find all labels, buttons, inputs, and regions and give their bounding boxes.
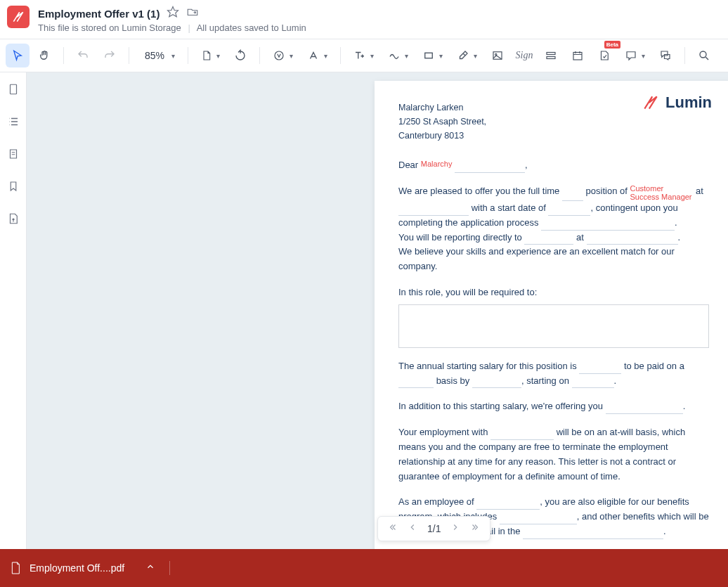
eraser-tool[interactable]: ▾ — [451, 44, 483, 67]
left-sidebar — [0, 72, 27, 550]
freehand-tool[interactable]: ▾ — [382, 44, 414, 67]
svg-point-4 — [495, 53, 497, 55]
chevron-down-icon: ▾ — [324, 52, 327, 60]
image-tool[interactable] — [486, 44, 509, 67]
chat-tool[interactable] — [654, 44, 677, 67]
zoom-dropdown[interactable]: 85% ▾ — [136, 44, 181, 67]
chevron-down-icon: ▾ — [370, 52, 374, 60]
brand-text: Lumin — [665, 93, 712, 112]
save-status-text: All updates saved to Lumin — [197, 22, 306, 33]
redo-button[interactable] — [98, 44, 122, 67]
lumin-brand: Lumin — [642, 93, 712, 112]
search-button[interactable] — [692, 44, 716, 67]
chevron-down-icon: ▾ — [474, 52, 477, 60]
salary-paragraph: The annual starting salary for this posi… — [398, 359, 709, 389]
sign-tool[interactable]: Sign — [512, 44, 536, 67]
next-page-button[interactable] — [450, 522, 460, 535]
atwill-paragraph: Your employment with will be on an at-wi… — [398, 425, 709, 484]
pdf-file-icon — [10, 561, 21, 575]
form-field-tool[interactable] — [539, 44, 563, 67]
main-toolbar: 85% ▾ ▾ ▾ ▾ ▾ ▾ ▾ ▾ Sign — [0, 39, 728, 72]
star-icon[interactable] — [167, 6, 179, 21]
svg-point-1 — [275, 51, 283, 60]
page-tool[interactable]: ▾ — [195, 44, 226, 67]
chevron-down-icon: ▾ — [642, 52, 645, 60]
rotate-tool[interactable] — [228, 44, 252, 67]
recipient-fill[interactable]: Malarchy — [421, 158, 453, 171]
date-tool[interactable] — [566, 44, 590, 67]
svg-marker-0 — [168, 7, 178, 17]
download-chevron-up-icon[interactable] — [145, 562, 155, 574]
svg-point-8 — [700, 51, 706, 58]
storage-text: This file is stored on Lumin Storage — [38, 22, 181, 33]
bookmarks-panel-button[interactable] — [5, 178, 22, 195]
first-page-button[interactable] — [388, 522, 398, 535]
svg-rect-7 — [573, 53, 582, 60]
fill-sign-tool[interactable]: Beta — [592, 44, 616, 67]
addr-street: 1/250 St Asaph Street, — [398, 115, 709, 129]
attachments-panel-button[interactable] — [5, 210, 22, 227]
subtitle: This file is stored on Lumin Storage | A… — [38, 22, 306, 33]
select-tool[interactable] — [6, 44, 30, 67]
position-fill[interactable]: Customer Success Manager — [630, 184, 693, 201]
svg-rect-6 — [547, 57, 555, 59]
chevron-down-icon: ▾ — [290, 52, 293, 60]
additional-paragraph: In addition to this starting salary, we'… — [398, 399, 709, 414]
chevron-down-icon: ▾ — [216, 52, 220, 60]
role-box[interactable] — [398, 304, 709, 348]
greeting-line: Dear Malarchy , — [398, 158, 709, 173]
download-item[interactable]: Employment Off....pdf — [10, 561, 170, 575]
zoom-level-text: 85% — [142, 50, 167, 61]
download-filename: Employment Off....pdf — [30, 562, 124, 574]
text-style-tool[interactable]: ▾ — [301, 44, 333, 67]
shape-tool[interactable]: ▾ — [417, 44, 448, 67]
download-bar: Employment Off....pdf — [0, 549, 728, 587]
document-body: Malarchy Larken 1/250 St Asaph Street, C… — [398, 101, 709, 550]
undo-button[interactable] — [71, 44, 95, 67]
last-page-button[interactable] — [470, 522, 480, 535]
chevron-down-icon: ▾ — [405, 52, 408, 60]
folder-move-icon[interactable] — [186, 6, 199, 21]
beta-badge: Beta — [604, 41, 620, 49]
add-text-tool[interactable]: ▾ — [348, 44, 379, 67]
app-header: Employment Offer v1 (1) This file is sto… — [0, 0, 728, 39]
thumbnails-panel-button[interactable] — [5, 81, 22, 98]
svg-rect-5 — [547, 53, 555, 55]
app-logo-icon — [7, 6, 30, 28]
prev-page-button[interactable] — [408, 522, 417, 535]
offer-paragraph: We are pleased to offer you the full tim… — [398, 184, 709, 274]
page-indicator[interactable]: 1/1 — [427, 523, 441, 534]
document-title[interactable]: Employment Offer v1 (1) — [38, 8, 160, 20]
pdf-page: Lumin Malarchy Larken 1/250 St Asaph Str… — [375, 81, 728, 550]
svg-rect-9 — [10, 84, 16, 94]
outline-panel-button[interactable] — [5, 113, 22, 130]
sign-label: Sign — [516, 50, 533, 61]
pan-tool[interactable] — [32, 44, 56, 67]
addr-city: Canterbury 8013 — [398, 129, 709, 143]
chevron-down-icon: ▾ — [171, 52, 175, 60]
title-block: Employment Offer v1 (1) This file is sto… — [38, 6, 306, 33]
role-block: In this role, you will be required to: — [398, 285, 709, 348]
comment-tool[interactable]: ▾ — [619, 44, 651, 67]
svg-rect-2 — [425, 53, 433, 58]
page-navigator: 1/1 — [377, 516, 490, 541]
draw-tool[interactable]: ▾ — [267, 44, 299, 67]
main-area: Lumin Malarchy Larken 1/250 St Asaph Str… — [0, 72, 728, 550]
chevron-down-icon: ▾ — [439, 52, 443, 60]
document-canvas[interactable]: Lumin Malarchy Larken 1/250 St Asaph Str… — [27, 72, 728, 550]
annotations-panel-button[interactable] — [5, 146, 22, 162]
